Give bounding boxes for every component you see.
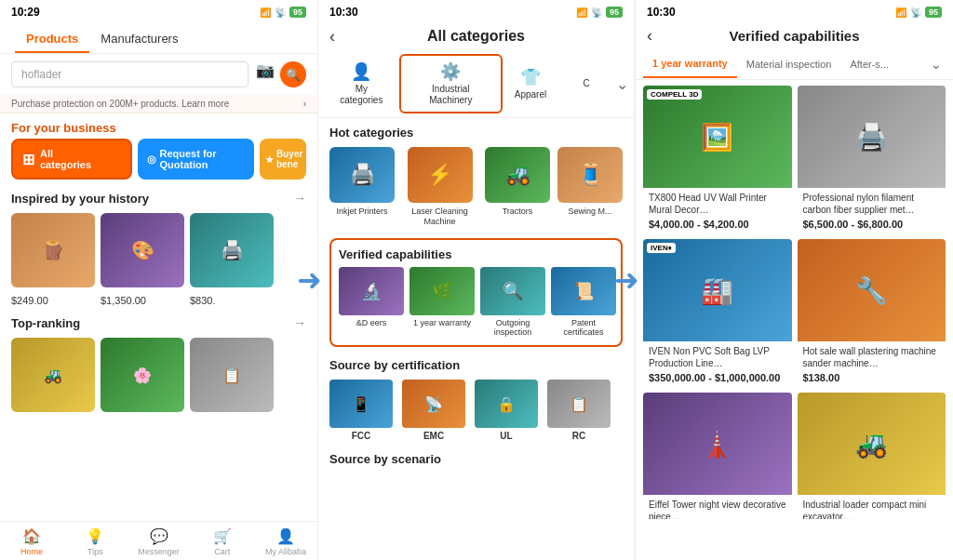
cat-my-categories[interactable]: 👤 My categories xyxy=(324,56,399,112)
time-1: 10:29 xyxy=(11,6,40,19)
hot-section-title: Hot categories xyxy=(318,118,634,143)
price-2: $830. xyxy=(190,295,216,306)
product-3[interactable]: 🔧 Hot sale wall plastering machine sande… xyxy=(798,239,946,387)
camera-icon[interactable]: 📷 xyxy=(256,61,275,87)
hot-label-3: Sewing M... xyxy=(568,207,611,217)
ranking-header: Top-ranking → xyxy=(0,312,317,334)
business-buttons: ⊞ Allcategories ◎ Request forQuotation ★… xyxy=(0,139,317,187)
buyer-benefits-button[interactable]: ★ Buyerbene xyxy=(260,139,306,180)
search-icons: 📷 🔍 xyxy=(256,61,306,87)
hot-img-2: 🚜 xyxy=(485,147,550,203)
all-categories-button[interactable]: ⊞ Allcategories xyxy=(11,139,132,180)
product-price-3: $138.00 xyxy=(803,372,941,383)
hot-img-0: 🖨️ xyxy=(329,147,395,203)
hot-item-3[interactable]: 🧵 Sewing M... xyxy=(557,147,623,227)
hot-label-2: Tractors xyxy=(503,207,533,217)
signal-icon: 📶 xyxy=(260,7,271,18)
product-info-1: Professional nylon filament carbon fiber… xyxy=(798,188,946,233)
nav-home[interactable]: 🏠 Home xyxy=(0,522,63,560)
verified-item-1[interactable]: 🌿 1 year warranty xyxy=(409,267,475,339)
nav-my-alibaba[interactable]: 👤 My Alibaba xyxy=(254,522,317,560)
nav-messenger[interactable]: 💬 Messenger xyxy=(127,522,190,560)
price-0: $249.00 xyxy=(11,295,95,306)
history-item-1[interactable]: 🎨 xyxy=(101,213,184,287)
category-dropdown[interactable]: ⌄ xyxy=(616,75,628,93)
tab-manufacturers[interactable]: Manufacturers xyxy=(89,26,189,53)
hot-item-2[interactable]: 🚜 Tractors xyxy=(485,147,550,227)
search-button[interactable]: 🔍 xyxy=(280,61,306,87)
tab-dropdown[interactable]: ⌄ xyxy=(927,49,946,79)
product-name-3: Hot sale wall plastering machine sander … xyxy=(803,345,941,369)
hot-item-1[interactable]: ⚡ Laser Cleaning Machine xyxy=(402,147,477,227)
cert-label-emc: EMC xyxy=(423,431,444,441)
banner-text: Purchase protection on 200M+ products. L… xyxy=(11,99,229,109)
tab-material-inspection[interactable]: Material inspection xyxy=(737,51,841,77)
cert-grid: 📱 FCC 📡 EMC 🔒 UL 📋 RC xyxy=(318,376,634,445)
request-quotation-button[interactable]: ◎ Request forQuotation xyxy=(138,139,255,180)
cert-section-title: Source by certification xyxy=(318,351,634,376)
product-img-2: IVEN♦ 🏭 xyxy=(643,239,792,341)
tab-1-year-warranty[interactable]: 1 year warranty xyxy=(643,50,737,78)
ranking-item-1[interactable]: 🌸 xyxy=(101,338,184,412)
nav-my-alibaba-label: My Alibaba xyxy=(265,547,306,556)
history-item-2[interactable]: 🖨️ xyxy=(190,213,274,287)
search-input[interactable] xyxy=(11,61,248,87)
verified-item-0[interactable]: 🔬 &D eers xyxy=(339,267,404,339)
wifi-icon: 📡 xyxy=(275,7,286,18)
cert-img-ul: 🔒 xyxy=(475,380,538,428)
product-4[interactable]: 🗼 Eiffel Tower night view decorative pie… xyxy=(643,393,792,519)
my-alibaba-icon: 👤 xyxy=(276,527,295,545)
back-button-2[interactable]: ‹ xyxy=(329,27,335,47)
history-img-1: 🎨 xyxy=(101,213,184,287)
cert-fcc[interactable]: 📱 FCC xyxy=(329,380,393,441)
cat-apparel[interactable]: 👕 Apparel xyxy=(503,61,558,106)
status-bar-3: 10:30 📶 📡 95 xyxy=(636,0,953,22)
verified-label-3: Patent certificates xyxy=(551,318,616,339)
cert-img-emc: 📡 xyxy=(402,380,465,428)
nav-tips[interactable]: 💡 Tips xyxy=(63,522,127,560)
cert-emc[interactable]: 📡 EMC xyxy=(402,380,465,441)
banner-arrow: › xyxy=(303,99,306,109)
cert-rc[interactable]: 📋 RC xyxy=(547,380,611,441)
history-arrow[interactable]: → xyxy=(293,191,306,206)
nav-messenger-label: Messenger xyxy=(138,547,180,556)
cart-icon: 🛒 xyxy=(213,527,232,545)
cert-ul[interactable]: 🔒 UL xyxy=(475,380,538,441)
verified-item-2[interactable]: 🔍 Outgoing inspection xyxy=(480,267,545,339)
product-img-3: 🔧 xyxy=(798,239,946,341)
history-images: 🪵 🎨 🖨️ xyxy=(0,209,317,295)
product-name-2: IVEN Non PVC Soft Bag LVP Production Lin… xyxy=(649,345,786,369)
ranking-item-0[interactable]: 🚜 xyxy=(11,338,95,412)
history-item-0[interactable]: 🪵 xyxy=(11,213,95,287)
back-button-3[interactable]: ‹ xyxy=(647,26,652,46)
nav-cart[interactable]: 🛒 Cart xyxy=(191,522,254,560)
history-img-2: 🖨️ xyxy=(190,213,274,287)
status-bar-1: 10:29 📶 📡 95 xyxy=(0,0,317,22)
hot-item-0[interactable]: 🖨️ Inkjet Printers xyxy=(329,147,395,227)
product-name-5: Industrial loader compact mini excavator… xyxy=(803,499,941,519)
p3-title: Verified capabilities xyxy=(729,28,859,44)
price-1: $1,350.00 xyxy=(101,295,184,306)
status-icons-3: 📶 📡 95 xyxy=(895,7,942,18)
ranking-item-2[interactable]: 📋 xyxy=(190,338,274,412)
verified-label-0: &D eers xyxy=(356,318,387,328)
purchase-banner[interactable]: Purchase protection on 200M+ products. L… xyxy=(0,95,317,113)
tab-products[interactable]: Products xyxy=(15,26,89,53)
product-1[interactable]: 🖨️ Professional nylon filament carbon fi… xyxy=(798,86,946,233)
product-2[interactable]: IVEN♦ 🏭 IVEN Non PVC Soft Bag LVP Produc… xyxy=(643,239,792,387)
verified-item-3[interactable]: 📜 Patent certificates xyxy=(551,267,616,339)
benefits-icon: ★ xyxy=(265,154,274,165)
cat-industrial-machinery[interactable]: ⚙️ Industrial Machinery xyxy=(399,54,503,113)
cat-more[interactable]: C xyxy=(558,73,614,95)
product-info-4: Eiffel Tower night view decorative piece… xyxy=(643,495,792,519)
tab-after-sales[interactable]: After-s... xyxy=(840,51,898,77)
product-info-5: Industrial loader compact mini excavator… xyxy=(798,495,946,519)
cert-img-rc: 📋 xyxy=(547,380,611,428)
brand-badge-0: COMPELL 3D xyxy=(647,89,702,100)
products-tabs: Products Manufacturers xyxy=(0,22,317,54)
ranking-arrow[interactable]: → xyxy=(293,315,306,330)
verified-grid: 🔬 &D eers 🌿 1 year warranty 🔍 Outgoing i… xyxy=(339,267,613,339)
product-price-2: $350,000.00 - $1,000,000.00 xyxy=(649,372,786,383)
product-5[interactable]: 🚜 Industrial loader compact mini excavat… xyxy=(798,393,946,519)
product-0[interactable]: COMPELL 3D 🖼️ TX800 Head UV Wall Printer… xyxy=(643,86,792,233)
